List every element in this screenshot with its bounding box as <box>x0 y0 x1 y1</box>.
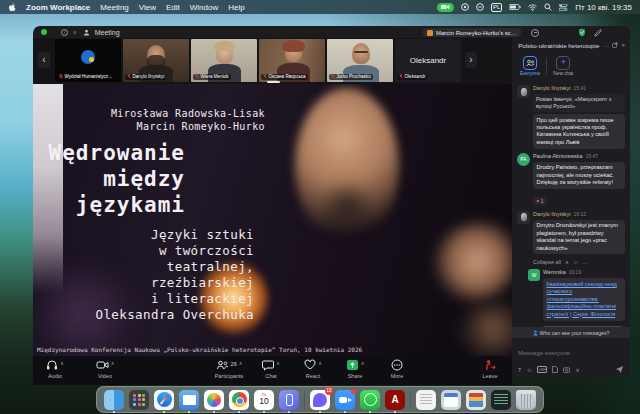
input-source-indicator[interactable]: PL <box>491 3 502 12</box>
dock-minimized-document[interactable] <box>416 390 436 410</box>
message-bubble[interactable]: Drodzy Państwo, przepraszam najmocniej, … <box>533 162 625 189</box>
message-input[interactable] <box>518 349 624 356</box>
emoji-icon[interactable]: ☺ <box>526 367 532 373</box>
share-chevron[interactable]: ∧ <box>361 359 365 367</box>
apple-menu-icon[interactable] <box>8 3 16 12</box>
window-green-traffic-light[interactable] <box>41 29 47 35</box>
screenshot-chevron-icon[interactable]: ∨ <box>575 367 579 373</box>
annotate-pencil-icon[interactable] <box>594 29 602 37</box>
avatar: W <box>528 269 540 281</box>
chat-more-icon[interactable]: … <box>603 42 609 48</box>
message-link[interactable]: Квазінауковий секонд-хенд сучасного літе… <box>547 281 617 317</box>
dock-zoom-icon[interactable] <box>335 390 355 410</box>
chat-composer[interactable]: T ☺ GIF ∨ <box>512 338 630 378</box>
format-text-icon[interactable]: T <box>518 367 521 373</box>
stop-view-share-icon[interactable] <box>531 29 539 37</box>
dock-minimized-terminal-window[interactable] <box>491 390 511 410</box>
chat-message[interactable]: Danylo Ilnytskyi15:41 Роман Іванчук, «Ма… <box>517 85 625 149</box>
dock-safari-icon[interactable] <box>154 390 174 410</box>
video-tile-danylo[interactable]: Danylo Ilnytskyi <box>123 39 189 82</box>
dock-photos-icon[interactable] <box>204 390 224 410</box>
dock-minimized-window[interactable] <box>441 390 461 410</box>
more-button[interactable]: More <box>381 359 413 379</box>
tab-new-chat[interactable]: + New chat <box>553 56 573 76</box>
dock-viber-icon[interactable]: 13 <box>310 390 330 410</box>
send-message-icon[interactable] <box>615 365 624 374</box>
chat-message-list[interactable]: Danylo Ilnytskyi15:41 Роман Іванчук, «Ма… <box>512 79 630 327</box>
control-center-icon[interactable] <box>559 4 568 11</box>
react-button[interactable]: ∧ React <box>297 359 329 379</box>
participants-chevron[interactable]: ∧ <box>239 359 243 367</box>
chat-chevron[interactable]: ∧ <box>276 359 280 367</box>
screenshot-icon[interactable] <box>563 367 570 373</box>
slide-title: Wędrowanie między językami <box>33 140 185 218</box>
dock-trash-icon[interactable] <box>516 390 536 410</box>
chevron-down-icon[interactable]: ∨ <box>73 29 77 35</box>
thread-more-icon[interactable]: … <box>582 259 587 265</box>
video-button[interactable]: ∧ Video <box>89 359 121 379</box>
tab-everyone[interactable]: Everyone <box>520 56 540 76</box>
video-tile-oksana[interactable]: Оксана Яворська <box>259 39 325 82</box>
privacy-banner-text: Who can see your messages? <box>540 330 610 336</box>
encryption-shield-icon[interactable] <box>578 28 586 37</box>
dock-launchpad-icon[interactable] <box>129 390 149 410</box>
dock-chrome-icon[interactable] <box>229 390 249 410</box>
video-tile-jurko[interactable]: Jurko Prochasko <box>327 39 393 82</box>
menubar-menu-meeting[interactable]: Meeting <box>100 3 128 12</box>
leave-button[interactable]: Leave <box>474 359 506 379</box>
new-chat-plus-icon: + <box>556 56 570 70</box>
collapse-caret-icon[interactable]: ∧ <box>565 259 569 265</box>
reaction-pill[interactable]: ♥1 <box>533 197 547 205</box>
video-tile-wydzial[interactable]: Wydział Humanistycz... <box>55 39 121 82</box>
meeting-info-icon[interactable]: i <box>61 29 68 36</box>
menubar-app-name[interactable]: Zoom Workplace <box>26 3 90 12</box>
audio-button[interactable]: ∧ Audio <box>39 359 71 379</box>
status-icon-camera[interactable] <box>461 3 469 11</box>
battery-icon[interactable] <box>509 4 521 10</box>
chat-message[interactable]: Danylo Ilnytskyi19:12 Dmytro Drozdovskyi… <box>517 211 625 255</box>
dock-finder-icon[interactable] <box>104 390 124 410</box>
collapse-all-link[interactable]: Collapse all <box>533 259 561 265</box>
react-chevron[interactable]: ∧ <box>318 359 322 367</box>
status-icon-app[interactable] <box>476 3 484 11</box>
menubar-clock[interactable]: Пт 10 кві. 19:35 <box>575 3 632 12</box>
message-bubble[interactable]: Dmytro Drozdovskyi jest znanym plagiator… <box>533 220 625 255</box>
audio-options-chevron[interactable]: ∧ <box>60 359 64 367</box>
privacy-banner[interactable]: Who can see your messages? <box>512 327 630 338</box>
dock-iphone-mirroring-icon[interactable] <box>279 390 299 410</box>
filmstrip-prev-button[interactable]: ‹ <box>38 52 50 68</box>
chat-close-icon[interactable]: × <box>621 42 625 48</box>
video-options-chevron[interactable]: ∧ <box>111 359 115 367</box>
dock-acrobat-icon[interactable]: A <box>385 390 405 410</box>
wifi-icon[interactable] <box>528 4 537 11</box>
react-label: React <box>306 373 320 379</box>
filmstrip-drag-handle[interactable] <box>267 81 280 83</box>
chat-button[interactable]: ∧ Chat <box>255 359 287 379</box>
menubar-menu-edit[interactable]: Edit <box>166 3 180 12</box>
participants-button[interactable]: 26∧ Participants <box>213 359 245 379</box>
dock-calendar-icon[interactable]: Пт 10 <box>254 390 274 410</box>
spotlight-search-icon[interactable] <box>544 3 552 11</box>
share-button[interactable]: ∧ Share <box>339 359 371 379</box>
slide-subtitle-line: w twórczości <box>33 243 254 259</box>
zoom-window-titlebar: i ∨ Meeting Marcin Romeyko-Hurko's sc… <box>33 26 630 38</box>
quoted-message[interactable]: Роман Іванчук, «Манускрипт з вулиці Русь… <box>533 94 625 112</box>
chat-popout-icon[interactable] <box>612 42 618 48</box>
shared-screen-tab[interactable]: Marcin Romeyko-Hurko's sc… <box>423 28 521 37</box>
video-tile-wiera[interactable]: Wiera Meniok <box>191 39 257 82</box>
menubar-menu-window[interactable]: Window <box>190 3 218 12</box>
dock-whatsapp-icon[interactable] <box>360 390 380 410</box>
filmstrip-next-button[interactable]: › <box>465 52 477 68</box>
chat-message-reply[interactable]: W Weronika19:19 Квазінауковий секонд-хен… <box>528 269 625 320</box>
gif-icon[interactable]: GIF <box>537 366 547 373</box>
screen-recording-indicator[interactable] <box>437 3 454 12</box>
menubar-menu-view[interactable]: View <box>139 3 156 12</box>
attach-file-icon[interactable] <box>552 366 558 373</box>
emoji-react-icon[interactable]: ☺ <box>573 259 579 265</box>
chat-message[interactable]: PA Paulina Abriszewska15:47 Drodzy Państ… <box>517 153 625 207</box>
dock-mail-icon[interactable] <box>179 390 199 410</box>
menubar-menu-help[interactable]: Help <box>228 3 244 12</box>
video-tile-oleksandr[interactable]: Oleksandr Oleksandr <box>395 39 461 82</box>
message-bubble[interactable]: Про цей роман зокрема пише польська укра… <box>533 114 625 149</box>
dock-minimized-browser-window[interactable] <box>466 390 486 410</box>
